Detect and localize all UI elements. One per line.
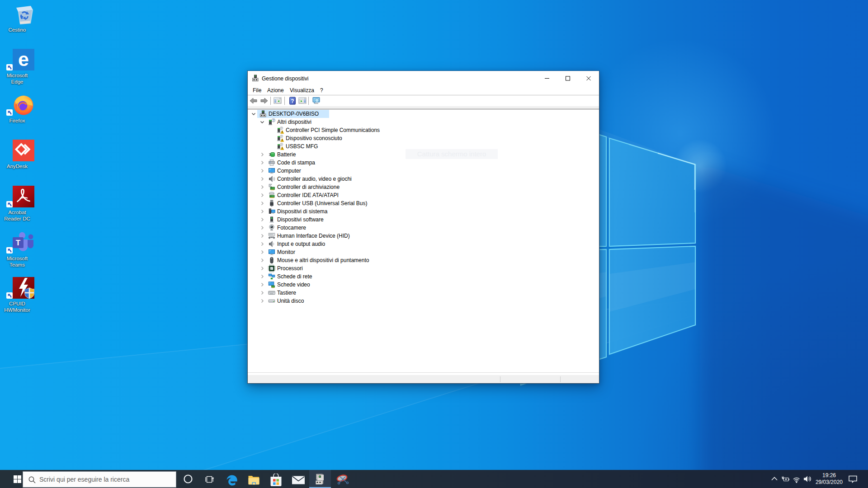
- svg-text:T: T: [16, 239, 21, 247]
- svg-text:e: e: [18, 49, 29, 70]
- svg-text:?: ?: [291, 98, 294, 104]
